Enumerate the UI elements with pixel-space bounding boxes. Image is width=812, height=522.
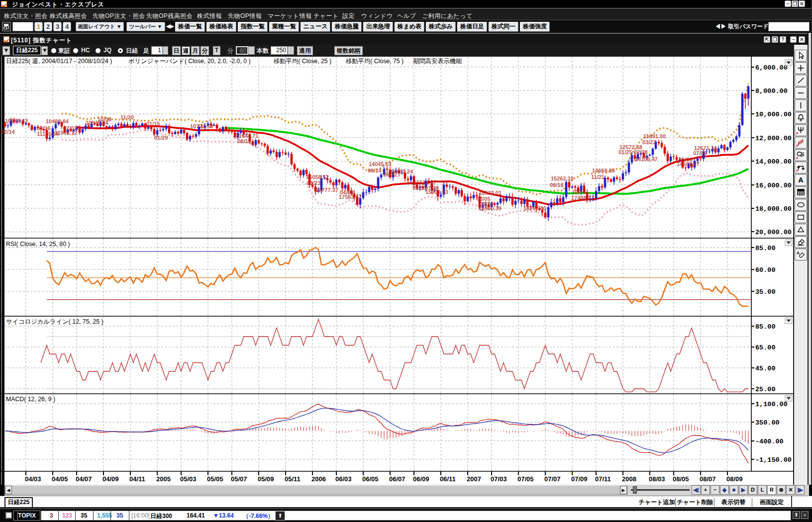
svg-text:01/15: 01/15 xyxy=(146,121,160,127)
svg-text:02/14: 02/14 xyxy=(1,129,15,135)
svg-text:-400.00: -400.00 xyxy=(755,438,784,445)
svg-text:04/11: 04/11 xyxy=(129,475,145,483)
svg-text:14045.53: 14045.53 xyxy=(369,161,392,167)
svg-text:15058.52: 15058.52 xyxy=(306,174,329,180)
svg-text:16777.37: 16777.37 xyxy=(315,187,338,193)
svg-text:MACD( 12, 26, 9 ): MACD( 12, 26, 9 ) xyxy=(6,396,55,403)
svg-text:17488.37: 17488.37 xyxy=(571,195,594,201)
svg-text:11691.00: 11691.00 xyxy=(643,133,666,139)
svg-text:6,000.00: 6,000.00 xyxy=(755,64,788,72)
svg-text:期間高安表示機能: 期間高安表示機能 xyxy=(413,58,462,65)
svg-text:14669.85: 14669.85 xyxy=(592,168,615,174)
svg-text:10771.58: 10771.58 xyxy=(190,123,213,129)
svg-text:08/18: 08/18 xyxy=(550,182,564,188)
svg-text:06/06: 06/06 xyxy=(679,157,693,163)
svg-text:RSI( Close, 14, 25, 80 ): RSI( Close, 14, 25, 80 ) xyxy=(6,241,70,248)
svg-text:02/28: 02/28 xyxy=(634,149,648,155)
svg-text:06/03: 06/03 xyxy=(335,475,352,483)
svg-text:2007: 2007 xyxy=(467,475,481,483)
svg-text:16,000.00: 16,000.00 xyxy=(755,182,792,189)
svg-text:05/05: 05/05 xyxy=(207,475,223,483)
svg-text:11908.12: 11908.12 xyxy=(55,130,77,136)
svg-text:12,000.00: 12,000.00 xyxy=(755,135,792,142)
svg-text:25.00: 25.00 xyxy=(755,386,776,393)
svg-text:65.00: 65.00 xyxy=(755,344,776,351)
svg-text:10/08: 10/08 xyxy=(98,116,111,122)
svg-text:350.00: 350.00 xyxy=(755,419,780,427)
svg-text:85.00: 85.00 xyxy=(755,245,776,252)
svg-text:01/25: 01/25 xyxy=(618,149,632,155)
svg-text:45.00: 45.00 xyxy=(755,365,776,372)
svg-text:14,000.00: 14,000.00 xyxy=(755,158,792,166)
svg-text:20,000.00: 20,000.00 xyxy=(755,229,792,236)
svg-text:移動平均( Close, 25 ): 移動平均( Close, 25 ) xyxy=(274,58,331,65)
svg-text:01/23: 01/23 xyxy=(307,180,321,186)
svg-text:1,100.00: 1,100.00 xyxy=(755,401,788,408)
svg-text:15901.53: 15901.53 xyxy=(425,189,448,195)
svg-text:日経225( 週, 2004/01/17 - 2008/10: 日経225( 週, 2004/01/17 - 2008/10/24 ) xyxy=(6,58,112,65)
svg-text:85.00: 85.00 xyxy=(755,323,776,331)
svg-text:04/05: 04/05 xyxy=(52,475,68,483)
svg-text:2005: 2005 xyxy=(156,475,171,483)
svg-text:05/03: 05/03 xyxy=(180,475,197,483)
svg-text:04/03: 04/03 xyxy=(25,475,41,483)
svg-text:08/09: 08/09 xyxy=(726,475,743,483)
svg-text:10488.84: 10488.84 xyxy=(46,118,69,124)
svg-text:35.00: 35.00 xyxy=(755,288,776,296)
svg-text:08/07: 08/07 xyxy=(700,475,716,483)
svg-text:07/05: 07/05 xyxy=(517,475,534,483)
svg-text:18300.39: 18300.39 xyxy=(479,205,502,211)
svg-text:10,000.00: 10,000.00 xyxy=(755,111,792,118)
svg-text:-1,150.00: -1,150.00 xyxy=(755,456,792,464)
svg-text:07/07: 07/07 xyxy=(544,475,561,483)
svg-text:11/20: 11/20 xyxy=(120,114,134,120)
svg-text:07/03: 07/03 xyxy=(491,475,507,483)
svg-text:サイコロジカルライン( 12, 75, 25 ): サイコロジカルライン( 12, 75, 25 ) xyxy=(6,318,103,325)
svg-text:06/07: 06/07 xyxy=(389,475,406,483)
svg-text:08/05: 08/05 xyxy=(673,475,689,483)
svg-text:A: A xyxy=(798,176,803,184)
svg-text:03/22: 03/22 xyxy=(642,139,656,145)
svg-text:06/14: 06/14 xyxy=(368,168,382,174)
svg-text:06/09: 06/09 xyxy=(413,475,429,483)
svg-text:08/03: 08/03 xyxy=(649,475,665,483)
svg-text:移動平均( Close, 75 ): 移動平均( Close, 75 ) xyxy=(346,58,404,65)
svg-text:11/21: 11/21 xyxy=(591,174,605,180)
svg-text:05/09: 05/09 xyxy=(258,475,274,483)
svg-text:06/11: 06/11 xyxy=(440,475,456,483)
svg-text:01/29: 01/29 xyxy=(154,135,168,141)
svg-text:08/15: 08/15 xyxy=(237,138,251,144)
svg-text:2006: 2006 xyxy=(311,475,326,483)
svg-text:05/11: 05/11 xyxy=(285,475,301,483)
svg-text:10288.43: 10288.43 xyxy=(5,118,28,124)
svg-text:18,000.00: 18,000.00 xyxy=(755,205,792,213)
svg-text:2008: 2008 xyxy=(622,475,636,483)
svg-text:14105.47: 14105.47 xyxy=(635,156,658,162)
svg-text:10/13: 10/13 xyxy=(572,189,586,195)
svg-text:18297.00: 18297.00 xyxy=(523,205,546,211)
svg-text:14437.24: 14437.24 xyxy=(390,169,413,174)
svg-text:04/09: 04/09 xyxy=(102,475,119,483)
svg-text:06/05: 06/05 xyxy=(362,475,379,483)
svg-text:06/30: 06/30 xyxy=(412,185,426,191)
svg-text:05/07: 05/07 xyxy=(231,475,247,483)
svg-text:ボリンジャーバンド( Close, 20, 2.0, -2.: ボリンジャーバンド( Close, 20, 2.0, -2.0, 0 ) xyxy=(128,58,251,65)
svg-text:60.00: 60.00 xyxy=(755,266,776,274)
svg-text:04/07: 04/07 xyxy=(76,475,92,483)
svg-text:15262.10: 15262.10 xyxy=(551,175,574,181)
svg-text:07/09: 07/09 xyxy=(693,150,707,156)
svg-text:8,000.00: 8,000.00 xyxy=(755,87,788,95)
svg-text:16532.01: 16532.01 xyxy=(479,190,502,196)
svg-text:A: A xyxy=(797,251,800,256)
svg-text:07/09: 07/09 xyxy=(571,475,588,483)
svg-text:17563.67: 17563.67 xyxy=(339,194,362,200)
svg-text:07/11: 07/11 xyxy=(595,475,611,483)
